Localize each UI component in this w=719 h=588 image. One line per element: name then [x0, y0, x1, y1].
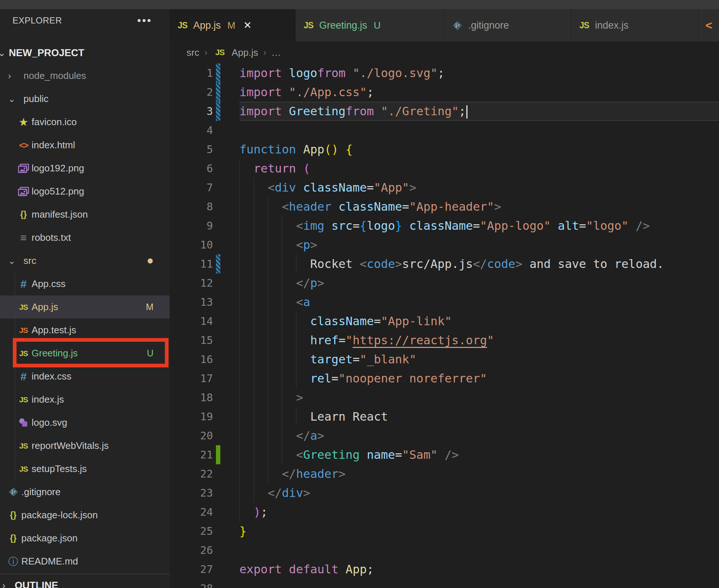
- folder-item-public[interactable]: ⌄public: [0, 87, 170, 110]
- file-item-logo192-png[interactable]: logo192.png: [0, 157, 170, 180]
- file-item-readme-md[interactable]: ⓘREADME.md: [0, 550, 170, 573]
- file-item-robots-txt[interactable]: ≡robots.txt: [0, 226, 170, 249]
- item-label: logo.svg: [32, 417, 67, 428]
- code-line-23[interactable]: 23</div>: [170, 483, 719, 502]
- file-item-manifest-json[interactable]: {}manifest.json: [0, 203, 170, 226]
- tab-label: index.js: [595, 20, 629, 31]
- code-line-17[interactable]: 17rel="noopener noreferrer": [170, 369, 719, 388]
- explorer-title: EXPLORER: [12, 15, 62, 26]
- line-number[interactable]: 16: [170, 350, 213, 369]
- code-line-5[interactable]: 5function App() {: [170, 140, 719, 159]
- code-line-26[interactable]: 26: [170, 541, 719, 560]
- more-actions-icon[interactable]: •••: [137, 17, 152, 24]
- code-line-1[interactable]: 1import logofrom "./logo.svg";: [170, 63, 719, 83]
- code-line-10[interactable]: 10<p>: [170, 235, 719, 254]
- breadcrumb-folder[interactable]: src: [187, 47, 199, 58]
- file-item-app-test-js[interactable]: JSApp.test.js: [0, 319, 170, 342]
- code-line-3[interactable]: 3import Greetingfrom "./Greting";: [170, 102, 719, 121]
- code-line-16[interactable]: 16target="_blank": [170, 350, 719, 369]
- line-number[interactable]: 22: [170, 464, 213, 483]
- line-number[interactable]: 25: [170, 522, 213, 541]
- line-number[interactable]: 14: [170, 312, 213, 331]
- line-number[interactable]: 2: [170, 83, 213, 102]
- line-number[interactable]: 17: [170, 369, 213, 388]
- line-number[interactable]: 11: [170, 254, 213, 273]
- line-number[interactable]: 19: [170, 407, 213, 426]
- line-number[interactable]: 8: [170, 197, 213, 216]
- file-item-app-css[interactable]: #App.css: [0, 272, 170, 295]
- line-number[interactable]: 12: [170, 273, 213, 293]
- code-editor[interactable]: 1import logofrom "./logo.svg";2import ".…: [170, 63, 719, 588]
- file-item-logo-svg[interactable]: logo.svg: [0, 411, 170, 434]
- file-item-favicon-ico[interactable]: ★favicon.ico: [0, 110, 170, 134]
- line-number[interactable]: 1: [170, 63, 213, 83]
- code-line-13[interactable]: 13<a: [170, 293, 719, 312]
- file-item-gitignore[interactable]: .gitignore: [0, 480, 170, 504]
- code-line-19[interactable]: 19Learn React: [170, 407, 719, 426]
- folder-item-src[interactable]: ⌄src: [0, 249, 170, 272]
- code-text: <a: [239, 293, 719, 312]
- line-number[interactable]: 5: [170, 140, 213, 159]
- code-line-18[interactable]: 18>: [170, 388, 719, 407]
- line-number[interactable]: 23: [170, 483, 213, 502]
- line-number[interactable]: 24: [170, 502, 213, 522]
- line-number[interactable]: 3: [170, 102, 213, 121]
- file-item-app-js[interactable]: JSApp.jsM: [0, 295, 170, 319]
- tab-bar: JSApp.jsM✕JSGreeting.jsU.gitignoreJSinde…: [170, 9, 719, 41]
- code-line-12[interactable]: 12</p>: [170, 273, 719, 293]
- code-line-27[interactable]: 27export default App;: [170, 560, 719, 579]
- code-line-24[interactable]: 24);: [170, 502, 719, 522]
- breadcrumb-file[interactable]: App.js: [232, 47, 258, 58]
- line-number[interactable]: 18: [170, 388, 213, 407]
- code-line-15[interactable]: 15href="https://reactjs.org": [170, 331, 719, 350]
- file-item-logo512-png[interactable]: logo512.png: [0, 180, 170, 203]
- code-line-20[interactable]: 20</a>: [170, 426, 719, 445]
- line-number[interactable]: 6: [170, 159, 213, 178]
- file-item-reportwebvitals-js[interactable]: JSreportWebVitals.js: [0, 434, 170, 457]
- code-line-7[interactable]: 7<div className="App">: [170, 178, 719, 197]
- code-line-21[interactable]: 21<Greeting name="Sam" />: [170, 445, 719, 464]
- code-line-8[interactable]: 8<header className="App-header">: [170, 197, 719, 216]
- line-number[interactable]: 27: [170, 560, 213, 579]
- file-item-package-lock-json[interactable]: {}package-lock.json: [0, 504, 170, 527]
- code-text: export default App;: [239, 560, 719, 579]
- line-number[interactable]: 9: [170, 216, 213, 235]
- code-line-14[interactable]: 14className="App-link": [170, 312, 719, 331]
- code-line-25[interactable]: 25}: [170, 522, 719, 541]
- tab-app-js[interactable]: JSApp.jsM✕: [170, 9, 296, 41]
- line-number[interactable]: 21: [170, 445, 213, 464]
- project-root-row[interactable]: ⌄ NEW_PROJECT: [0, 43, 170, 62]
- line-number[interactable]: 20: [170, 426, 213, 445]
- line-number[interactable]: 4: [170, 121, 213, 140]
- file-item-index-html[interactable]: <>index.html: [0, 134, 170, 157]
- file-item-setuptests-js[interactable]: JSsetupTests.js: [0, 457, 170, 480]
- tab-partial[interactable]: <: [699, 9, 719, 41]
- html-icon: <>: [16, 140, 31, 150]
- tab-index-js[interactable]: JSindex.js: [571, 9, 699, 41]
- code-line-9[interactable]: 9<img src={logo} className="App-logo" al…: [170, 216, 719, 235]
- file-item-index-css[interactable]: #index.css: [0, 365, 170, 388]
- item-label: src: [24, 255, 36, 266]
- line-number[interactable]: 7: [170, 178, 213, 197]
- tab-gitignore[interactable]: .gitignore: [444, 9, 571, 41]
- code-text: >: [239, 388, 719, 407]
- code-line-2[interactable]: 2import "./App.css";: [170, 83, 719, 102]
- code-line-22[interactable]: 22</header>: [170, 464, 719, 483]
- code-line-6[interactable]: 6return (: [170, 159, 719, 178]
- line-number[interactable]: 10: [170, 235, 213, 254]
- file-item-greeting-js[interactable]: JSGreeting.jsU: [0, 342, 170, 365]
- line-number[interactable]: 28: [170, 579, 213, 588]
- file-item-index-js[interactable]: JSindex.js: [0, 388, 170, 411]
- folder-item-node-modules[interactable]: ›node_modules: [0, 64, 170, 87]
- line-number[interactable]: 15: [170, 331, 213, 350]
- line-number[interactable]: 26: [170, 541, 213, 560]
- code-line-11[interactable]: 11Rocket <code>src/App.js</code> and sav…: [170, 254, 719, 273]
- breadcrumb-more[interactable]: …: [271, 47, 282, 58]
- code-line-28[interactable]: 28: [170, 579, 719, 588]
- line-number[interactable]: 13: [170, 293, 213, 312]
- tab-greeting-js[interactable]: JSGreeting.jsU: [296, 9, 444, 41]
- outline-section-header[interactable]: › OUTLINE: [0, 574, 170, 588]
- code-line-4[interactable]: 4: [170, 121, 719, 140]
- close-icon[interactable]: ✕: [243, 19, 252, 31]
- file-item-package-json[interactable]: {}package.json: [0, 527, 170, 550]
